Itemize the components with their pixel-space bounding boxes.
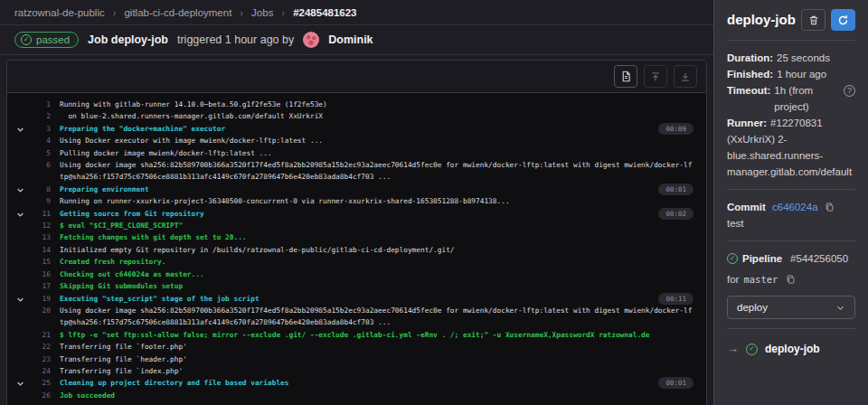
retry-job-button[interactable] [831,9,855,31]
log-line-text: Getting source from Git repository [51,208,693,220]
stage-dropdown-value: deploy [737,299,768,316]
log-line-text: Preparing environment [51,184,693,195]
line-number-link[interactable]: 22 [27,341,51,353]
log-line-text: Cleaning up project directory and file b… [51,377,693,389]
line-number-link[interactable]: 4 [27,135,51,146]
breadcrumb-separator: › [113,8,116,18]
log-line-text: $ lftp -e "set ftp:ssl-allow false; mirr… [51,329,693,341]
line-number-link[interactable]: 24 [27,365,51,377]
copy-commit-icon[interactable] [825,202,835,212]
chevron-down-icon [835,303,845,313]
sidebar-job-name: deploy-job [765,341,820,357]
line-number-link[interactable]: 5 [27,147,51,159]
breadcrumb-project[interactable]: gitlab-ci-cd-deployment [124,7,231,18]
line-number-link[interactable]: 9 [27,195,51,207]
scroll-to-top-button[interactable] [644,65,667,88]
log-section-header: 3Preparing the "docker+machine" executor… [7,123,706,135]
line-number-link[interactable]: 13 [27,231,51,243]
log-line-gutter[interactable] [13,208,27,220]
divider [727,40,855,41]
line-number-link[interactable]: 3 [27,123,51,135]
line-number-link[interactable]: 19 [27,293,51,305]
log-line-text: Running with gitlab-runner 14.10.0~beta.… [51,99,693,110]
help-icon[interactable]: ? [844,85,855,97]
job-trigger-text: triggered 1 hour ago by [177,33,294,46]
log-line-gutter[interactable] [13,184,27,195]
line-number-link[interactable]: 25 [27,377,51,389]
divider [727,240,855,241]
line-number-link[interactable]: 1 [27,99,51,110]
log-line-gutter[interactable] [13,123,27,135]
section-chevron-icon[interactable] [16,296,24,304]
commit-hash-link[interactable]: c646024a [772,202,818,212]
finished-label: Finished: [727,66,773,82]
arrow-up-to-line-icon [650,71,661,82]
copy-ref-icon[interactable] [786,274,796,285]
breadcrumb-jobs[interactable]: Jobs [251,7,273,18]
raw-log-button[interactable] [614,65,637,88]
line-number-link[interactable]: 2 [27,110,51,122]
log-line-gutter[interactable] [13,377,27,389]
breadcrumb-project-group[interactable]: ratzownal-de-public [14,7,105,18]
log-line-text: Transferring file `footer.php' [51,341,693,353]
job-log-container: 1Running with gitlab-runner 14.10.0~beta… [6,60,707,405]
log-line: 15Created fresh repository. [7,256,706,268]
sidebar-job-item[interactable]: → ✓ deploy-job [727,341,855,357]
line-number-link[interactable]: 23 [27,353,51,365]
duration-value: 25 seconds [777,50,830,66]
log-line-text: on blue-2.shared.runners-manager.gitlab.… [51,110,693,122]
log-line-text: Preparing the "docker+machine" executor [51,123,693,135]
pipeline-ref[interactable]: master [743,271,778,287]
line-number-link[interactable]: 21 [27,329,51,341]
erase-job-log-button[interactable] [801,9,826,31]
log-line-gutter [13,305,27,329]
commit-row: Commit c646024a test [727,199,855,231]
status-badge: ✓ passed [14,32,79,48]
stage-dropdown[interactable]: deploy [727,296,855,319]
section-chevron-icon[interactable] [16,186,24,194]
log-line: 12$ eval "$CI_PRE_CLONE_SCRIPT" [7,220,706,231]
pipeline-id[interactable]: #544256050 [790,250,848,267]
line-number-link[interactable]: 20 [27,305,51,329]
line-number-link[interactable]: 11 [27,208,51,220]
line-number-link[interactable]: 14 [27,244,51,256]
log-toolbar [7,61,706,93]
section-duration-badge: 00:02 [658,208,693,220]
section-duration-badge: 00:01 [658,184,693,195]
line-number-link[interactable]: 12 [27,220,51,231]
line-number-link[interactable]: 16 [27,268,51,280]
duration-label: Duration: [727,50,773,66]
section-chevron-icon[interactable] [16,380,24,388]
avatar[interactable] [303,32,319,48]
log-line-text: Initialized empty Git repository in /bui… [51,244,693,256]
log-section-header: 19Executing "step_script" stage of the j… [7,293,706,305]
section-duration-badge: 00:11 [658,293,693,305]
log-line-text: Transferring file `header.php' [51,353,693,365]
runner-row: Runner:#12270831 (XxUrkriX) 2-blue.share… [727,115,855,180]
job-trigger-user[interactable]: Dominik [328,33,373,46]
trash-icon [808,14,819,26]
scroll-to-bottom-button[interactable] [674,65,697,88]
log-line-gutter [13,365,27,377]
section-chevron-icon[interactable] [16,211,24,219]
log-line-gutter [13,159,27,184]
breadcrumb-job-id: #2485481623 [293,7,356,18]
line-number-link[interactable]: 8 [27,184,51,195]
log-line-gutter [13,280,27,292]
pipeline-for-text: for [727,271,739,287]
arrow-down-to-line-icon [680,71,691,82]
log-line: 2 on blue-2.shared.runners-manager.gitla… [7,110,706,122]
log-line-gutter[interactable] [13,293,27,305]
log-line-gutter [13,231,27,243]
commit-message: test [727,215,855,231]
line-number-link[interactable]: 15 [27,256,51,268]
line-number-link[interactable]: 26 [27,390,51,401]
section-chevron-icon[interactable] [16,126,24,134]
duration-row: Duration: 25 seconds [727,50,855,66]
log-line: 16Checking out c646024a as master... [7,268,706,280]
line-number-link[interactable]: 17 [27,280,51,292]
line-number-link[interactable]: 6 [27,159,51,184]
timeout-value: 1h (from project) [774,82,844,115]
log-line-text: Using docker image sha256:82b589700b366a… [51,159,693,184]
log-line-gutter [13,268,27,280]
